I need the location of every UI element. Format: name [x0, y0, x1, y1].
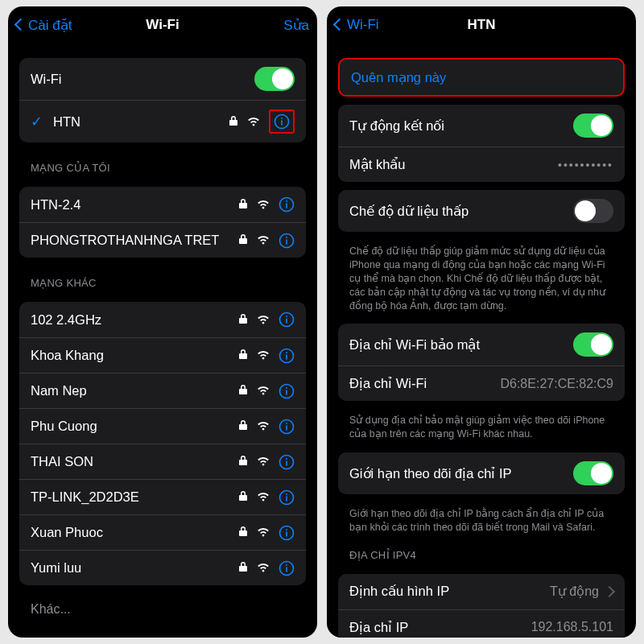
- svg-point-13: [286, 423, 287, 424]
- wifi-icon: [256, 197, 270, 213]
- network-row[interactable]: Xuan Phuoc: [19, 514, 306, 550]
- info-button[interactable]: [279, 489, 295, 506]
- wifi-label: Wi-Fi: [31, 72, 254, 87]
- network-row[interactable]: Yumi luu: [19, 550, 306, 585]
- info-button[interactable]: [279, 312, 295, 328]
- password-value: ••••••••••: [558, 159, 613, 171]
- limit-ip-section: Giới hạn theo dõi địa chỉ IP: [338, 452, 625, 494]
- svg-point-3: [286, 200, 287, 202]
- limit-ip-row[interactable]: Giới hạn theo dõi địa chỉ IP: [338, 452, 625, 494]
- network-row[interactable]: HTN-2.4: [19, 187, 306, 222]
- info-button[interactable]: [279, 525, 295, 541]
- my-networks-section: HTN-2.4PHONGTROTHANHNGA TRET: [19, 187, 306, 258]
- svg-point-15: [286, 458, 287, 460]
- connected-network-row[interactable]: ✓ HTN: [19, 100, 306, 142]
- network-row[interactable]: THAI SON: [19, 444, 306, 479]
- svg-point-7: [286, 316, 287, 317]
- low-data-toggle[interactable]: [573, 199, 613, 223]
- detail-scroll[interactable]: Quên mạng này Tự động kết nối Mật khẩu •…: [327, 43, 636, 638]
- ipv4-header: ĐỊA CHỈ IPV4: [338, 538, 625, 566]
- other-networks-section: 102 2.4GHzKhoa KhangNam NepPhu CuongTHAI…: [19, 302, 306, 585]
- wifi-toggle-section: Wi-Fi ✓ HTN: [19, 58, 306, 142]
- info-button-highlighted[interactable]: [269, 109, 295, 134]
- lock-icon: [238, 489, 248, 505]
- ip-config-row[interactable]: Định cấu hình IP Tự động: [338, 574, 625, 609]
- wifi-scroll[interactable]: Wi-Fi ✓ HTN MẠNG CỦA TÔI HTN-2.4PHONGTRO…: [8, 43, 317, 638]
- auto-join-toggle[interactable]: [573, 114, 613, 138]
- network-name: HTN: [53, 114, 229, 130]
- wifi-detail-screen: Wi-Fi HTN Quên mạng này Tự động kết nối …: [327, 6, 636, 638]
- other-more[interactable]: Khác...: [19, 593, 306, 625]
- lock-icon: [238, 197, 248, 213]
- password-row[interactable]: Mật khẩu ••••••••••: [338, 147, 625, 182]
- edit-button[interactable]: Sửa: [245, 17, 309, 34]
- network-row[interactable]: Khoa Khang: [19, 337, 306, 373]
- limit-ip-toggle[interactable]: [573, 461, 613, 485]
- svg-point-5: [286, 237, 287, 238]
- wifi-icon: [256, 233, 270, 248]
- navbar: Wi-Fi HTN: [327, 6, 636, 43]
- info-button[interactable]: [279, 383, 295, 399]
- network-row[interactable]: 102 2.4GHz: [19, 302, 306, 337]
- network-row[interactable]: PHONGTROTHANHNGA TRET: [19, 222, 306, 258]
- page-title: HTN: [468, 17, 496, 33]
- wifi-icon: [256, 383, 270, 398]
- wifi-icon: [256, 419, 270, 434]
- back-button[interactable]: Cài đặt: [16, 17, 80, 34]
- network-name: TP-LINK_2D2D3E: [31, 489, 238, 505]
- limit-ip-note: Giới hạn theo dõi địa chỉ IP bằng cách ẩ…: [338, 502, 625, 538]
- ip-config-value: Tự động: [550, 584, 613, 599]
- network-name: PHONGTROTHANHNGA TRET: [31, 233, 238, 248]
- network-name: THAI SON: [31, 454, 238, 469]
- info-button[interactable]: [279, 454, 295, 470]
- lock-icon: [238, 383, 248, 398]
- info-button[interactable]: [279, 419, 295, 435]
- auto-join-row[interactable]: Tự động kết nối: [338, 105, 625, 147]
- lock-icon: [238, 233, 248, 248]
- network-name: 102 2.4GHz: [31, 312, 238, 328]
- network-row[interactable]: Nam Nep: [19, 373, 306, 408]
- svg-point-11: [286, 387, 287, 389]
- wifi-icon: [256, 560, 270, 576]
- wifi-toggle-row[interactable]: Wi-Fi: [19, 58, 306, 100]
- network-name: Nam Nep: [31, 383, 238, 398]
- info-button[interactable]: [279, 196, 295, 213]
- private-address-row[interactable]: Địa chỉ Wi-Fi bảo mật: [338, 324, 625, 365]
- svg-point-21: [286, 564, 287, 566]
- wifi-icon: [256, 312, 270, 328]
- network-trailing: [229, 109, 295, 134]
- back-button[interactable]: Wi-Fi: [335, 17, 399, 33]
- lock-icon: [238, 560, 248, 576]
- wifi-icon: [256, 348, 270, 363]
- wifi-toggle[interactable]: [254, 67, 295, 91]
- private-address-note: Sử dụng địa chỉ bảo mật giúp giảm việc t…: [338, 409, 625, 444]
- wifi-address-value: D6:8E:27:CE:82:C9: [500, 377, 613, 391]
- forget-network-button[interactable]: Quên mạng này: [340, 60, 623, 95]
- lock-icon: [238, 312, 248, 328]
- low-data-section: Chế độ dữ liệu thấp: [338, 190, 625, 232]
- wifi-icon: [256, 525, 270, 540]
- auto-join-section: Tự động kết nối Mật khẩu ••••••••••: [338, 105, 625, 182]
- info-button[interactable]: [279, 560, 295, 576]
- network-name: Phu Cuong: [31, 419, 238, 434]
- checkmark-icon: ✓: [31, 113, 45, 130]
- lock-icon: [229, 114, 238, 130]
- wifi-icon: [256, 454, 270, 469]
- low-data-row[interactable]: Chế độ dữ liệu thấp: [338, 190, 625, 232]
- navbar: Cài đặt Wi-Fi Sửa: [8, 6, 317, 43]
- ip-address-value: 192.168.5.101: [531, 620, 613, 634]
- private-address-toggle[interactable]: [573, 332, 613, 357]
- info-button[interactable]: [279, 233, 295, 249]
- lock-icon: [238, 454, 248, 469]
- wifi-icon: [246, 114, 261, 130]
- svg-point-1: [281, 118, 283, 119]
- lock-icon: [238, 525, 248, 540]
- network-row[interactable]: TP-LINK_2D2D3E: [19, 479, 306, 514]
- forget-network-section: Quên mạng này: [338, 58, 625, 97]
- network-name: Xuan Phuoc: [31, 525, 238, 540]
- ip-address-row: Địa chỉ IP 192.168.5.101: [338, 609, 625, 638]
- wifi-icon: [256, 489, 270, 505]
- other-networks-header: MẠNG KHÁC: [19, 266, 306, 294]
- network-row[interactable]: Phu Cuong: [19, 408, 306, 444]
- info-button[interactable]: [279, 348, 295, 364]
